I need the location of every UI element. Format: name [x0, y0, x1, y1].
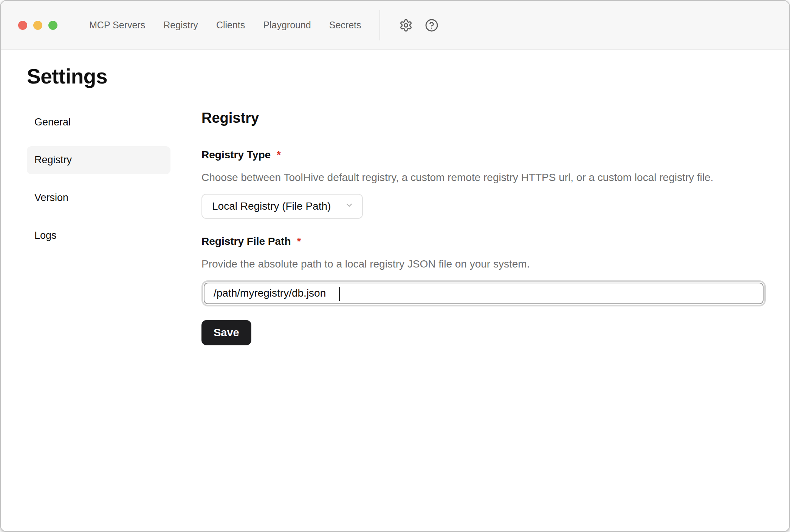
gear-icon [399, 19, 413, 32]
top-navigation: MCP Servers Registry Clients Playground … [89, 20, 361, 31]
text-cursor [339, 287, 340, 301]
sidebar-item-label: Registry [34, 154, 72, 166]
page-title: Settings [27, 64, 765, 89]
sidebar-item-logs[interactable]: Logs [27, 222, 170, 250]
section-title: Registry [201, 110, 766, 126]
registry-type-select[interactable]: Local Registry (File Path) [201, 194, 363, 219]
help-button[interactable] [424, 18, 439, 33]
sidebar-item-registry[interactable]: Registry [27, 146, 170, 174]
sidebar-item-label: Logs [34, 230, 57, 241]
titlebar: MCP Servers Registry Clients Playground … [1, 1, 789, 50]
traffic-lights [18, 21, 57, 30]
registry-type-selected-option: Local Registry (File Path) [212, 200, 331, 212]
nav-item-playground[interactable]: Playground [263, 20, 311, 31]
titlebar-divider [380, 10, 380, 40]
sidebar-item-label: General [34, 116, 71, 128]
save-button[interactable]: Save [201, 320, 251, 345]
field-label-text: Registry Type [201, 149, 271, 161]
sidebar-item-general[interactable]: General [27, 108, 170, 136]
required-asterisk: * [297, 235, 301, 247]
nav-item-secrets[interactable]: Secrets [329, 20, 361, 31]
registry-file-path-input[interactable] [204, 283, 764, 304]
registry-type-description: Choose between ToolHive default registry… [201, 171, 766, 184]
nav-item-clients[interactable]: Clients [216, 20, 245, 31]
app-window: MCP Servers Registry Clients Playground … [0, 0, 790, 532]
settings-button[interactable] [398, 18, 414, 33]
required-asterisk: * [277, 149, 281, 161]
chevron-down-icon [345, 200, 354, 212]
sidebar-item-label: Version [34, 192, 68, 204]
field-label-text: Registry File Path [201, 235, 291, 247]
settings-sidebar: General Registry Version Logs [27, 108, 170, 260]
maximize-window-button[interactable] [48, 21, 57, 30]
help-circle-icon [425, 19, 438, 32]
registry-file-path-description: Provide the absolute path to a local reg… [201, 257, 766, 271]
nav-item-registry[interactable]: Registry [163, 20, 198, 31]
close-window-button[interactable] [18, 21, 27, 30]
sidebar-item-version[interactable]: Version [27, 184, 170, 212]
registry-settings-panel: Registry Registry Type * Choose between … [201, 108, 766, 345]
settings-page: Settings General Registry Version Logs [1, 50, 789, 531]
registry-type-label: Registry Type * [201, 149, 766, 161]
registry-file-path-field-wrap [201, 280, 766, 306]
minimize-window-button[interactable] [33, 21, 42, 30]
nav-item-mcp-servers[interactable]: MCP Servers [89, 20, 145, 31]
registry-file-path-label: Registry File Path * [201, 235, 766, 247]
